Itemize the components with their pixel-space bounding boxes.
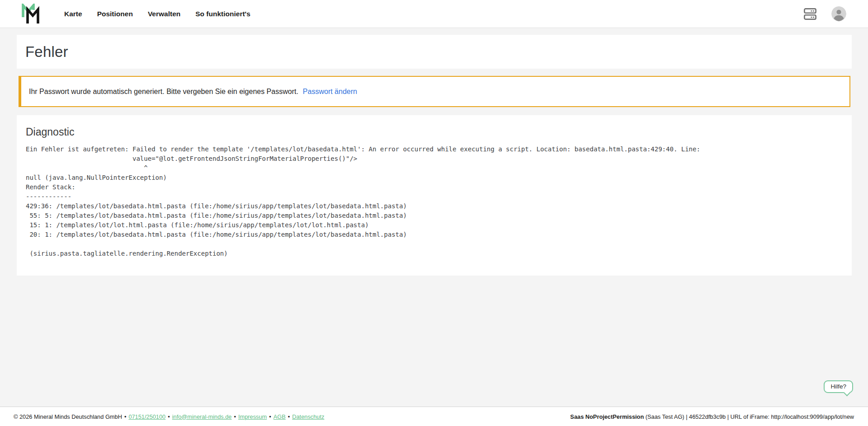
footer-link-email[interactable]: info@mineral-minds.de: [172, 413, 232, 420]
person-icon: [831, 6, 846, 21]
footer-link-impressum[interactable]: Impressum: [238, 413, 267, 420]
copyright-text: © 2026 Mineral Minds Deutschland GmbH: [14, 413, 122, 420]
brand-logo-icon[interactable]: [22, 4, 40, 24]
nav-item-karte[interactable]: Karte: [64, 10, 82, 18]
footer-link-datenschutz[interactable]: Datenschutz: [292, 413, 324, 420]
topbar-right: [804, 6, 846, 21]
footer-separator: •: [288, 413, 290, 420]
footer: © 2026 Mineral Minds Deutschland GmbH • …: [0, 407, 868, 426]
footer-separator: •: [124, 413, 126, 420]
nav-item-verwalten[interactable]: Verwalten: [148, 10, 180, 18]
warning-message: Ihr Passwort wurde automatisch generiert…: [29, 88, 298, 96]
footer-link-agb[interactable]: AGB: [274, 413, 286, 420]
main-nav: Karte Positionen Verwalten So funktionie…: [64, 10, 250, 18]
password-warning-box: Ihr Passwort wurde automatisch generiert…: [19, 76, 850, 107]
footer-link-phone[interactable]: 07151/250100: [128, 413, 165, 420]
nav-item-positionen[interactable]: Positionen: [97, 10, 133, 18]
page-title-card: Fehler: [17, 35, 852, 69]
diagnostic-card: Diagnostic Ein Fehler ist aufgetreten: F…: [17, 115, 852, 276]
diagnostic-title: Diagnostic: [26, 126, 843, 138]
page-title: Fehler: [25, 43, 68, 61]
user-avatar[interactable]: [831, 6, 846, 21]
footer-session-info: Saas NoProjectPermission (Saas Test AG) …: [570, 413, 854, 420]
footer-tenant-name: Saas NoProjectPermission: [570, 413, 644, 420]
server-list-icon[interactable]: [804, 8, 816, 20]
top-nav: Karte Positionen Verwalten So funktionie…: [0, 0, 868, 28]
footer-separator: •: [269, 413, 271, 420]
footer-separator: •: [234, 413, 236, 420]
change-password-link[interactable]: Passwort ändern: [303, 88, 357, 96]
help-button[interactable]: Hilfe?: [824, 380, 853, 393]
footer-session-details: (Saas Test AG) | 46522dfb3c9b | URL of i…: [644, 413, 854, 420]
nav-item-so-funktionierts[interactable]: So funktioniert's: [195, 10, 250, 18]
diagnostic-stacktrace: Ein Fehler ist aufgetreten: Failed to re…: [26, 145, 843, 258]
footer-separator: •: [168, 413, 170, 420]
footer-left: © 2026 Mineral Minds Deutschland GmbH • …: [14, 413, 324, 420]
